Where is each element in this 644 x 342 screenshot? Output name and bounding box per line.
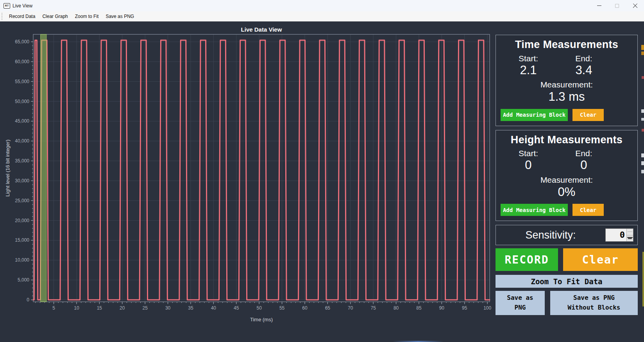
minimize-button[interactable] — [590, 0, 608, 11]
maximize-icon — [615, 4, 619, 8]
svg-text:Light level (16 bit integer): Light level (16 bit integer) — [5, 140, 11, 197]
svg-text:85: 85 — [416, 305, 422, 311]
save-wo-line2: Without Blocks — [568, 304, 621, 311]
svg-text:65,000: 65,000 — [15, 39, 29, 45]
menu-toolbar: Record Data Clear Graph Zoom to Fit Save… — [0, 11, 644, 21]
background-window-sliver — [641, 21, 644, 342]
time-add-measuring-block-button[interactable]: Add Measuring Block — [501, 109, 568, 121]
sensitivity-decrement-button[interactable] — [627, 235, 633, 242]
save-as-png-line2: PNG — [515, 304, 526, 311]
toolbar-record-data[interactable]: Record Data — [5, 12, 39, 21]
save-as-png-line1: Save as — [507, 294, 533, 301]
time-start-label: Start: — [501, 54, 556, 63]
close-button[interactable] — [626, 0, 644, 11]
svg-text:25,000: 25,000 — [15, 198, 29, 203]
svg-text:50,000: 50,000 — [15, 99, 29, 104]
height-end-label: End: — [556, 149, 612, 158]
svg-text:0: 0 — [27, 297, 29, 303]
sensitivity-panel: Sensitivity: 0 — [496, 225, 638, 245]
time-clear-button[interactable]: Clear — [572, 109, 604, 121]
svg-text:40,000: 40,000 — [15, 138, 29, 144]
svg-text:10: 10 — [74, 305, 79, 311]
svg-text:55: 55 — [279, 305, 285, 311]
svg-text:100: 100 — [483, 305, 491, 311]
time-end-value: 3.4 — [556, 63, 612, 77]
toolbar-grip-icon[interactable] — [2, 13, 3, 20]
height-end-value: 0 — [556, 158, 612, 172]
window-title: Live View — [13, 3, 32, 9]
svg-text:90: 90 — [439, 305, 445, 311]
sensitivity-label: Sensitivity: — [496, 229, 605, 241]
svg-text:30: 30 — [165, 305, 171, 311]
svg-text:20: 20 — [120, 305, 125, 311]
height-clear-button[interactable]: Clear — [572, 204, 604, 216]
save-as-png-without-blocks-button[interactable]: Save as PNG Without Blocks — [550, 291, 638, 315]
height-start-value: 0 — [501, 158, 556, 172]
height-measurement-label: Measurement: — [501, 175, 633, 185]
maximize-button — [608, 0, 626, 11]
save-wo-line1: Save as PNG — [573, 294, 615, 301]
time-end-label: End: — [556, 54, 612, 63]
svg-text:60,000: 60,000 — [15, 59, 29, 64]
sensitivity-value[interactable]: 0 — [606, 229, 626, 241]
main-content: 5101520253035404550556065707580859095100… — [0, 21, 644, 342]
close-icon — [633, 3, 638, 8]
svg-text:35: 35 — [188, 305, 193, 311]
time-measurements-panel: Time Measurements Start: 2.1 End: 3.4 Me… — [496, 35, 638, 126]
svg-text:60: 60 — [302, 305, 308, 311]
arrow-up-icon — [627, 232, 633, 232]
svg-text:Live Data View: Live Data View — [241, 26, 282, 33]
height-start-label: Start: — [501, 149, 556, 158]
height-add-measuring-block-button[interactable]: Add Measuring Block — [501, 204, 568, 216]
time-measurements-title: Time Measurements — [501, 38, 633, 52]
height-measurements-title: Height Measurements — [501, 134, 633, 147]
sensitivity-increment-button[interactable] — [627, 229, 633, 235]
live-chart-svg[interactable]: 5101520253035404550556065707580859095100… — [0, 21, 493, 342]
svg-text:10,000: 10,000 — [15, 257, 29, 263]
svg-text:45,000: 45,000 — [15, 118, 29, 124]
height-measurements-panel: Height Measurements Start: 0 End: 0 Meas… — [496, 130, 638, 221]
time-measurement-label: Measurement: — [501, 80, 633, 89]
time-start-value: 2.1 — [501, 63, 556, 77]
toolbar-save-as-png[interactable]: Save as PNG — [102, 12, 138, 21]
svg-text:65: 65 — [325, 305, 331, 311]
svg-text:Time (ms): Time (ms) — [250, 317, 273, 322]
title-bar: RT Live View — [0, 0, 644, 11]
arrow-down-icon — [627, 237, 633, 239]
clear-button[interactable]: Clear — [563, 248, 638, 271]
svg-text:40: 40 — [211, 305, 216, 311]
height-measurement-value: 0% — [501, 185, 633, 199]
svg-text:15,000: 15,000 — [15, 237, 29, 243]
time-measurement-value: 1.3 ms — [501, 89, 633, 104]
chart-area[interactable]: 5101520253035404550556065707580859095100… — [0, 21, 493, 342]
zoom-to-fit-data-button[interactable]: Zoom To Fit Data — [496, 275, 638, 288]
minimize-icon — [597, 5, 601, 6]
svg-text:25: 25 — [142, 305, 148, 311]
app-icon-text: RT — [5, 4, 9, 7]
svg-text:5,000: 5,000 — [18, 277, 29, 283]
control-panel: Time Measurements Start: 2.1 End: 3.4 Me… — [493, 21, 641, 342]
svg-text:15: 15 — [97, 305, 102, 311]
record-button[interactable]: RECORD — [496, 248, 558, 271]
sensitivity-spinbox[interactable]: 0 — [605, 228, 633, 242]
app-icon: RT — [4, 3, 10, 9]
svg-text:35,000: 35,000 — [15, 158, 29, 164]
svg-text:5: 5 — [52, 305, 55, 311]
svg-text:95: 95 — [462, 305, 467, 311]
save-as-png-button[interactable]: Save as PNG — [496, 291, 545, 315]
svg-text:55,000: 55,000 — [15, 79, 29, 84]
svg-text:50: 50 — [256, 305, 262, 311]
svg-text:75: 75 — [370, 305, 376, 311]
svg-text:30,000: 30,000 — [15, 178, 29, 183]
toolbar-zoom-to-fit[interactable]: Zoom to Fit — [72, 12, 102, 21]
svg-text:70: 70 — [348, 305, 353, 311]
svg-text:20,000: 20,000 — [15, 218, 29, 223]
svg-text:45: 45 — [234, 305, 239, 311]
app-window: RT Live View Record Data Clear Graph Zoo… — [0, 0, 644, 342]
svg-text:80: 80 — [394, 305, 399, 311]
toolbar-clear-graph[interactable]: Clear Graph — [39, 12, 71, 21]
